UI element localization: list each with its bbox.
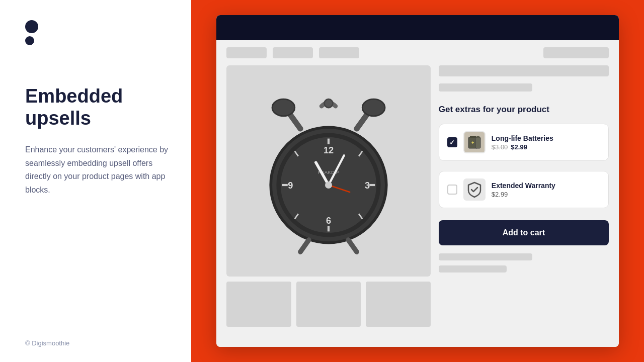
svg-text:12: 12 — [324, 145, 334, 155]
logo — [25, 20, 171, 45]
upsell-price-warranty: $2.99 — [492, 191, 508, 198]
logo-dot-bottom — [25, 36, 34, 45]
product-image-main: 12 3 6 9 PEAKDIP — [226, 65, 431, 277]
svg-text:9: 9 — [288, 180, 293, 191]
product-details-col: Get extras for your product — [439, 65, 609, 342]
product-price-skel — [439, 83, 532, 92]
right-panel: 12 3 6 9 PEAKDIP — [191, 0, 644, 362]
upsell-price-original-batteries: $3.00 — [492, 143, 508, 151]
bottom-skels — [439, 253, 609, 273]
product-thumbs — [226, 282, 431, 327]
svg-text:6: 6 — [326, 216, 331, 226]
nav-skel-1 — [226, 47, 267, 58]
upsell-info-batteries: Long-life Batteries $3.00 $2.99 — [492, 134, 600, 151]
upsell-name-warranty: Extended Warranty — [492, 182, 600, 190]
svg-text:+: + — [471, 140, 474, 145]
browser-content: 12 3 6 9 PEAKDIP — [216, 40, 619, 347]
upsell-checkbox-batteries[interactable] — [447, 137, 457, 147]
page-title: Embedded upsells — [25, 85, 171, 129]
upsell-name-batteries: Long-life Batteries — [492, 134, 600, 142]
thumb-2 — [296, 282, 361, 327]
product-image-col: 12 3 6 9 PEAKDIP — [226, 65, 431, 342]
upsell-info-warranty: Extended Warranty $2.99 — [492, 182, 600, 198]
svg-point-4 — [325, 99, 333, 108]
bottom-skel-1 — [439, 253, 532, 260]
product-area: 12 3 6 9 PEAKDIP — [216, 65, 619, 347]
left-panel: Embedded upsells Enhance your customers'… — [0, 0, 191, 362]
logo-dot-top — [25, 20, 38, 33]
upsell-card-batteries[interactable]: + Long-life Batteries $3.00 $2.99 — [439, 124, 609, 161]
upsell-prices-warranty: $2.99 — [492, 191, 600, 198]
svg-rect-31 — [476, 136, 479, 138]
copyright-text: © Digismoothie — [25, 339, 69, 347]
upsells-heading: Get extras for your product — [439, 105, 609, 115]
upsell-price-sale-batteries: $2.99 — [511, 143, 527, 151]
thumb-1 — [226, 282, 291, 327]
svg-point-24 — [325, 182, 332, 189]
product-title-skel — [439, 65, 609, 76]
upsell-prices-batteries: $3.00 $2.99 — [492, 143, 600, 151]
svg-rect-29 — [470, 136, 476, 138]
bottom-skel-2 — [439, 265, 507, 273]
upsell-icon-batteries: + — [463, 131, 486, 153]
svg-line-26 — [348, 240, 357, 252]
nav-skel-right — [543, 47, 609, 58]
upsell-checkbox-warranty[interactable] — [447, 185, 457, 195]
thumb-3 — [366, 282, 431, 327]
svg-text:3: 3 — [365, 180, 370, 191]
browser-bar — [216, 15, 619, 40]
svg-point-3 — [362, 99, 385, 116]
page-description: Enhance your customers' experience by se… — [25, 143, 171, 197]
add-to-cart-button[interactable]: Add to cart — [439, 220, 609, 245]
upsell-card-warranty[interactable]: Extended Warranty $2.99 — [439, 171, 609, 208]
nav-skel-2 — [273, 47, 313, 58]
svg-line-25 — [300, 240, 309, 252]
nav-skeleton — [216, 40, 619, 65]
svg-point-2 — [272, 99, 295, 116]
svg-rect-30 — [475, 137, 480, 148]
upsell-icon-warranty — [463, 178, 486, 201]
clock-svg: 12 3 6 9 PEAKDIP — [258, 75, 399, 266]
nav-skel-3 — [319, 47, 359, 58]
browser-mockup: 12 3 6 9 PEAKDIP — [216, 15, 619, 347]
